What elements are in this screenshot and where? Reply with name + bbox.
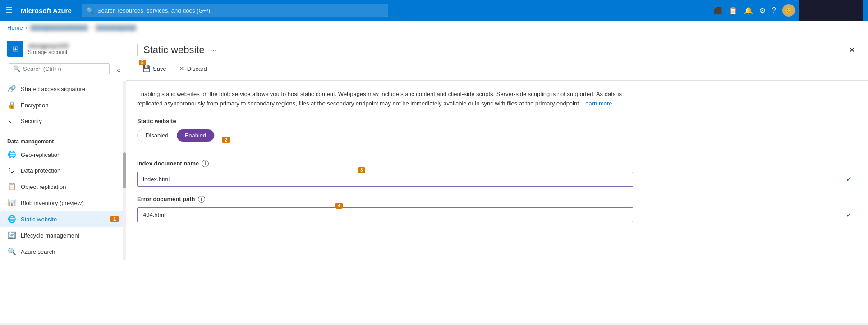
- lock-icon: 🔒: [7, 101, 16, 109]
- search-placeholder: Search resources, services, and docs (G+…: [97, 7, 210, 14]
- breadcrumb-account2[interactable]: resourcegroup: [95, 24, 137, 31]
- breadcrumb-sep1: ›: [26, 25, 28, 31]
- scrollbar-track: [123, 81, 126, 260]
- collapse-button[interactable]: «: [115, 64, 122, 75]
- storage-type: Storage account: [28, 49, 69, 55]
- notifications-icon[interactable]: 🔔: [744, 6, 753, 15]
- sidebar-label-data-protection: Data protection: [21, 167, 60, 174]
- index-doc-field: Index document name i ✓ 3: [137, 160, 857, 187]
- toggle-disabled[interactable]: Disabled: [138, 129, 177, 142]
- sidebar-label-shared-access: Shared access signature: [21, 86, 85, 92]
- panel-title: Static website: [143, 44, 205, 56]
- sidebar-search[interactable]: 🔍: [9, 63, 110, 74]
- panel-toolbar: 5 💾 Save ✕ Discard: [126, 57, 868, 80]
- panel-divider-bar: [137, 44, 138, 56]
- sidebar-scroll: 🔗 Shared access signature 🔒 Encryption 🛡…: [0, 81, 126, 323]
- sidebar-label-static-website: Static website: [21, 216, 57, 223]
- sidebar-item-data-protection[interactable]: 🛡 Data protection: [0, 163, 126, 179]
- sidebar: ⊞ storagexyz123 Storage account 🔍 « 🔗 Sh…: [0, 35, 126, 323]
- sidebar-label-azure-search: Azure search: [21, 248, 55, 255]
- sidebar-item-static-website[interactable]: 🌐 Static website 1: [0, 211, 126, 227]
- static-website-badge: 1: [110, 216, 119, 222]
- cloud-shell-icon[interactable]: ⬛: [713, 6, 722, 15]
- sidebar-label-geo-replication: Geo-replication: [21, 151, 60, 158]
- help-icon[interactable]: ?: [772, 6, 776, 14]
- search-icon: 🔍: [87, 7, 94, 14]
- nav-icons: ⬛ 📋 🔔 ⚙ ? 😊: [713, 4, 795, 17]
- hamburger-icon[interactable]: ☰: [5, 5, 13, 15]
- storage-icon: ⊞: [7, 41, 23, 57]
- learn-more-link[interactable]: Learn more: [582, 100, 612, 107]
- static-website-field: Static website Disabled Enabled 2: [137, 118, 857, 151]
- global-search[interactable]: 🔍 Search resources, services, and docs (…: [82, 4, 388, 17]
- static-website-field-label: Static website: [137, 118, 857, 124]
- sidebar-item-blob-inventory[interactable]: 📊 Blob inventory (preview): [0, 195, 126, 211]
- error-doc-field: Error document path i ✓ 4: [137, 196, 857, 222]
- scrollbar-thumb[interactable]: [123, 152, 126, 188]
- error-doc-label: Error document path i: [137, 196, 857, 203]
- settings-icon[interactable]: ⚙: [759, 6, 766, 15]
- top-nav: ☰ Microsoft Azure 🔍 Search resources, se…: [0, 0, 868, 21]
- toggle-badge: 2: [222, 137, 230, 143]
- panel-more-button[interactable]: ···: [210, 46, 217, 55]
- toggle-enabled[interactable]: Enabled: [177, 129, 215, 142]
- data-management-label: Data management: [0, 133, 126, 146]
- right-block: [799, 0, 863, 21]
- storage-grid-icon: ⊞: [13, 45, 18, 53]
- sidebar-header: ⊞ storagexyz123 Storage account: [0, 35, 126, 60]
- sidebar-item-shared-access-signature[interactable]: 🔗 Shared access signature: [0, 81, 126, 97]
- index-doc-label: Index document name i: [137, 160, 857, 167]
- storage-name: storagexyz123: [28, 42, 69, 49]
- save-icon: 💾: [142, 65, 150, 72]
- error-doc-check-icon: ✓: [846, 211, 852, 219]
- inventory-icon: 📊: [7, 199, 16, 207]
- toggle-group[interactable]: Disabled Enabled: [137, 129, 215, 142]
- save-button[interactable]: 💾 Save: [137, 62, 172, 75]
- sidebar-search-icon: 🔍: [13, 65, 20, 72]
- index-doc-info-icon[interactable]: i: [202, 160, 209, 167]
- main-layout: ⊞ storagexyz123 Storage account 🔍 « 🔗 Sh…: [0, 35, 868, 323]
- error-doc-input[interactable]: [137, 207, 633, 222]
- panel-header: Static website ··· ✕: [126, 35, 868, 57]
- panel-close-button[interactable]: ✕: [847, 43, 857, 57]
- description-text: Enabling static websites on the blob ser…: [137, 90, 633, 109]
- error-doc-info-icon[interactable]: i: [198, 196, 205, 203]
- link-icon: 🔗: [7, 85, 16, 93]
- error-doc-badge: 4: [335, 203, 343, 209]
- data-protect-icon: 🛡: [7, 167, 16, 174]
- index-doc-badge: 3: [358, 167, 365, 173]
- discard-icon: ✕: [179, 65, 184, 72]
- website-icon: 🌐: [7, 215, 16, 223]
- sidebar-label-object-replication: Object replication: [21, 183, 66, 190]
- sidebar-item-security[interactable]: 🛡 Security: [0, 113, 126, 129]
- sidebar-divider-1: [0, 131, 126, 131]
- sidebar-item-lifecycle-management[interactable]: 🔄 Lifecycle management: [0, 227, 126, 243]
- sidebar-item-encryption[interactable]: 🔒 Encryption: [0, 97, 126, 113]
- index-doc-check-icon: ✓: [846, 175, 852, 183]
- save-label: Save: [153, 65, 166, 72]
- avatar[interactable]: 😊: [782, 4, 795, 17]
- breadcrumb-home[interactable]: Home: [7, 24, 23, 31]
- breadcrumb-account1[interactable]: storageaccountname: [30, 24, 88, 31]
- lifecycle-icon: 🔄: [7, 231, 16, 239]
- sidebar-label-encryption: Encryption: [21, 102, 48, 109]
- azure-search-icon: 🔍: [7, 247, 16, 256]
- feedback-icon[interactable]: 📋: [729, 6, 738, 15]
- sidebar-item-object-replication[interactable]: 📋 Object replication: [0, 179, 126, 195]
- index-doc-input[interactable]: [137, 172, 633, 187]
- sidebar-search-input[interactable]: [23, 65, 106, 72]
- sidebar-item-geo-replication[interactable]: 🌐 Geo-replication: [0, 146, 126, 163]
- sidebar-label-blob-inventory: Blob inventory (preview): [21, 200, 83, 206]
- sidebar-label-lifecycle: Lifecycle management: [21, 232, 79, 239]
- index-doc-input-row: ✓ 3: [137, 172, 857, 187]
- error-doc-input-row: ✓ 4: [137, 207, 857, 222]
- sidebar-label-security: Security: [21, 118, 42, 124]
- panel-body: Enabling static websites on the blob ser…: [126, 81, 868, 323]
- sidebar-item-azure-search[interactable]: 🔍 Azure search: [0, 243, 126, 260]
- content-area: Static website ··· ✕ 5 💾 Save ✕ Discard …: [126, 35, 868, 323]
- storage-info: storagexyz123 Storage account: [28, 42, 69, 55]
- breadcrumb-sep2: ›: [91, 25, 93, 31]
- globe-icon: 🌐: [7, 151, 16, 159]
- breadcrumb: Home › storageaccountname › resourcegrou…: [0, 21, 868, 35]
- discard-button[interactable]: ✕ Discard: [174, 62, 212, 75]
